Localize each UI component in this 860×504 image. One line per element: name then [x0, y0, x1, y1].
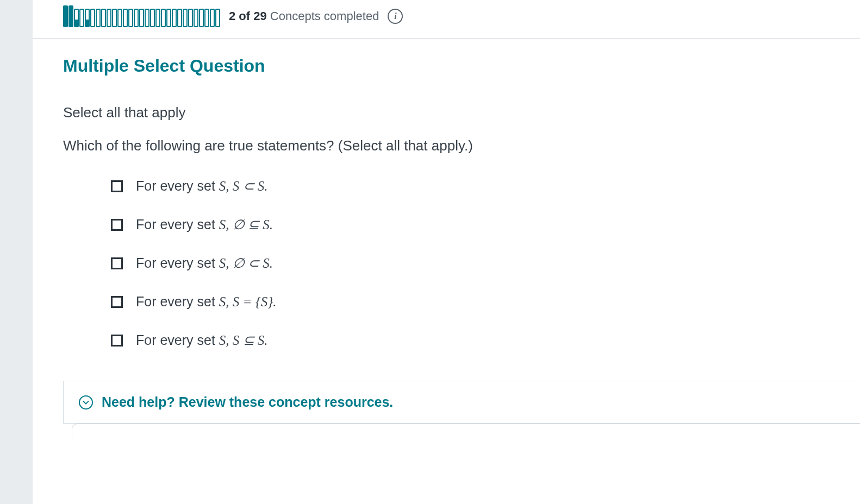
- options-list: For every set S, S ⊂ S.For every set S, …: [63, 178, 830, 348]
- progress-text: 2 of 29 Concepts completed: [229, 9, 379, 23]
- option-prefix: For every set: [136, 255, 219, 270]
- progress-segment: [199, 9, 204, 27]
- progress-segment: [166, 9, 171, 27]
- option-row[interactable]: For every set S, S ⊆ S.: [111, 332, 830, 348]
- option-prefix: For every set: [136, 332, 219, 348]
- help-label: Need help? Review these concept resource…: [102, 394, 393, 410]
- option-checkbox[interactable]: [111, 219, 123, 231]
- progress-segment: [79, 9, 84, 27]
- option-checkbox[interactable]: [111, 296, 123, 308]
- progress-segment: [74, 9, 79, 27]
- option-text: For every set S, ∅ ⊂ S.: [136, 255, 273, 271]
- progress-segment: [215, 9, 220, 27]
- resource-sub-panel: [72, 424, 860, 439]
- question-type-heading: Multiple Select Question: [63, 56, 830, 76]
- question-area: Multiple Select Question Select all that…: [33, 39, 860, 348]
- option-math: S, S = {S}.: [219, 294, 277, 309]
- question-prompt: Which of the following are true statemen…: [63, 137, 830, 154]
- progress-segment: [194, 9, 198, 27]
- option-text: For every set S, S = {S}.: [136, 294, 276, 310]
- progress-segment: [128, 9, 133, 27]
- progress-segment: [134, 9, 139, 27]
- page-container: 2 of 29 Concepts completed i Multiple Se…: [33, 0, 860, 504]
- progress-segment: [123, 9, 128, 27]
- progress-segment: [90, 9, 95, 27]
- progress-segment: [177, 9, 182, 27]
- option-prefix: For every set: [136, 217, 219, 232]
- progress-segment: [161, 9, 166, 27]
- question-instruction: Select all that apply: [63, 104, 830, 121]
- progress-segment: [107, 9, 111, 27]
- progress-segment: [85, 9, 90, 27]
- progress-header: 2 of 29 Concepts completed i: [33, 0, 860, 38]
- progress-segment: [112, 9, 117, 27]
- option-math: S, S ⊆ S.: [219, 333, 268, 348]
- option-row[interactable]: For every set S, ∅ ⊆ S.: [111, 217, 830, 232]
- progress-segment: [139, 9, 144, 27]
- progress-segment: [155, 9, 160, 27]
- info-icon[interactable]: i: [388, 9, 403, 24]
- help-panel[interactable]: Need help? Review these concept resource…: [63, 381, 860, 424]
- option-checkbox[interactable]: [111, 257, 123, 269]
- progress-suffix: Concepts completed: [267, 9, 379, 23]
- progress-segment: [172, 9, 177, 27]
- progress-segment: [96, 9, 101, 27]
- progress-segment: [183, 9, 188, 27]
- chevron-down-icon[interactable]: [79, 395, 93, 410]
- option-text: For every set S, S ⊂ S.: [136, 178, 268, 194]
- progress-segment: [204, 9, 209, 27]
- progress-segment: [117, 9, 122, 27]
- option-text: For every set S, S ⊆ S.: [136, 332, 268, 348]
- option-row[interactable]: For every set S, S ⊂ S.: [111, 178, 830, 194]
- progress-segment: [210, 9, 215, 27]
- progress-count: 2 of 29: [229, 9, 267, 23]
- option-checkbox[interactable]: [111, 180, 123, 192]
- progress-segment: [101, 9, 106, 27]
- option-math: S, ∅ ⊂ S.: [219, 256, 273, 270]
- option-math: S, ∅ ⊆ S.: [219, 217, 273, 232]
- progress-segment: [145, 9, 149, 27]
- progress-segment: [188, 9, 193, 27]
- option-row[interactable]: For every set S, S = {S}.: [111, 294, 830, 310]
- progress-segment: [150, 9, 155, 27]
- option-text: For every set S, ∅ ⊆ S.: [136, 217, 273, 232]
- progress-segment: [68, 5, 73, 27]
- option-checkbox[interactable]: [111, 335, 123, 346]
- option-math: S, S ⊂ S.: [219, 179, 268, 193]
- progress-segment: [63, 5, 68, 27]
- option-row[interactable]: For every set S, ∅ ⊂ S.: [111, 255, 830, 271]
- option-prefix: For every set: [136, 294, 219, 309]
- progress-bar: [63, 5, 220, 27]
- option-prefix: For every set: [136, 178, 219, 193]
